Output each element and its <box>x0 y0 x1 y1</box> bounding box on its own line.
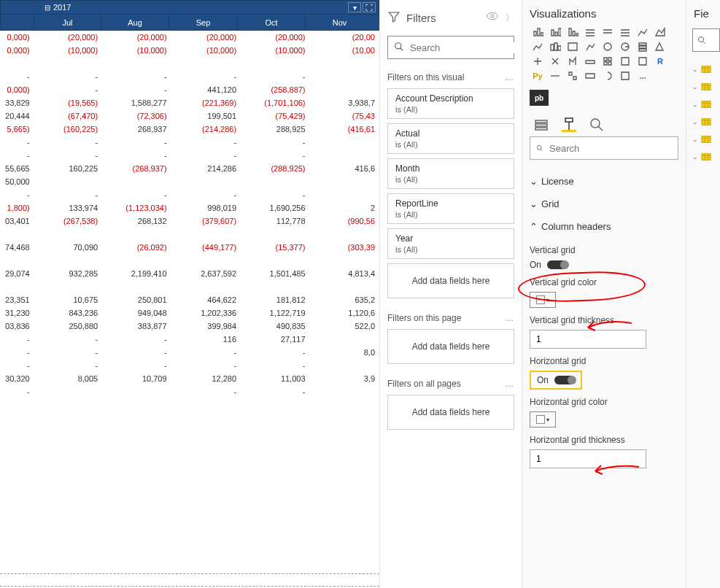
cell[interactable]: - <box>0 149 34 162</box>
cell[interactable] <box>241 228 309 241</box>
viz-type-icon[interactable] <box>600 26 616 39</box>
cell[interactable] <box>0 280 34 293</box>
cell[interactable] <box>34 254 102 267</box>
cell[interactable]: (267,538) <box>34 214 102 228</box>
cell[interactable]: (1,123,034) <box>102 201 171 214</box>
cell[interactable]: - <box>171 385 241 398</box>
cell[interactable] <box>171 175 241 188</box>
cell[interactable]: (19,565) <box>34 96 102 109</box>
cell[interactable] <box>171 254 241 267</box>
cell[interactable]: (10,000) <box>171 44 241 57</box>
viz-type-icon[interactable] <box>635 26 651 39</box>
cell[interactable] <box>102 57 171 70</box>
filters-on-all-menu[interactable]: … <box>505 379 514 389</box>
cell[interactable]: - <box>241 136 309 149</box>
cell[interactable] <box>102 385 171 398</box>
cell[interactable]: (379,607) <box>171 214 241 228</box>
cell[interactable] <box>310 83 379 96</box>
viz-type-icon[interactable] <box>582 40 598 53</box>
filter-card[interactable]: Account Descriptionis (All) <box>387 88 514 119</box>
viz-type-icon[interactable] <box>652 26 668 39</box>
horizontal-grid-color-picker[interactable]: ▾ <box>530 411 556 428</box>
cell[interactable]: 5,665) <box>0 123 34 136</box>
filter-card[interactable]: Yearis (All) <box>387 228 514 259</box>
cell[interactable]: (67,470) <box>34 109 102 123</box>
cell[interactable]: - <box>241 346 309 359</box>
cell[interactable]: 2 <box>310 201 379 214</box>
cell[interactable]: - <box>102 346 171 359</box>
cell[interactable] <box>34 385 102 398</box>
focus-mode-icon[interactable]: ⛶ <box>363 2 376 12</box>
cell[interactable]: - <box>171 346 241 359</box>
filter-card[interactable]: Actualis (All) <box>387 123 514 154</box>
cell[interactable] <box>310 228 379 241</box>
filters-on-page-menu[interactable]: … <box>505 313 514 323</box>
cell[interactable]: 8,0 <box>310 346 379 359</box>
cell[interactable]: - <box>0 346 34 359</box>
cell[interactable] <box>310 136 379 149</box>
cell[interactable] <box>102 175 171 188</box>
cell[interactable]: (10,000) <box>34 44 102 57</box>
field-table-item[interactable]: ⌄ <box>686 96 720 113</box>
cell[interactable]: - <box>34 149 102 162</box>
cell[interactable]: 70,090 <box>34 241 102 254</box>
cell[interactable]: (75,429) <box>241 109 309 123</box>
cell[interactable]: (10,000) <box>102 44 171 57</box>
cell[interactable]: 50,000 <box>0 175 34 188</box>
viz-type-icon[interactable] <box>547 55 563 68</box>
section-column-headers[interactable]: ⌃Column headers <box>530 215 678 238</box>
matrix-visual[interactable]: ⊟2017 ▾ ⛶ JulAugSepOctNov 0,000)(20,000)… <box>0 0 379 588</box>
viz-type-icon[interactable] <box>530 55 546 68</box>
viz-type-icon[interactable] <box>565 26 581 39</box>
cell[interactable]: - <box>102 188 171 201</box>
cell[interactable] <box>310 280 379 293</box>
cell[interactable]: 160,225 <box>34 162 102 175</box>
cell[interactable]: - <box>241 385 309 398</box>
format-search-input[interactable] <box>549 143 672 154</box>
cell[interactable]: 250,801 <box>102 293 171 306</box>
cell[interactable]: 30,320 <box>0 372 34 385</box>
cell[interactable]: 1,690,256 <box>241 201 309 214</box>
cell[interactable]: 199,501 <box>171 109 241 123</box>
cell[interactable]: - <box>0 359 34 372</box>
cell[interactable] <box>34 280 102 293</box>
collapse-icon[interactable]: ⊟ <box>44 4 50 12</box>
cell[interactable]: - <box>34 188 102 201</box>
cell[interactable]: (449,177) <box>171 241 241 254</box>
cell[interactable]: (20,000) <box>102 31 171 44</box>
viz-type-icon[interactable] <box>600 55 616 68</box>
cell[interactable]: 490,835 <box>241 320 309 333</box>
viz-type-icon[interactable] <box>547 40 563 53</box>
cell[interactable] <box>310 175 379 188</box>
cell[interactable] <box>34 228 102 241</box>
cell[interactable]: 214,286 <box>171 162 241 175</box>
cell[interactable]: 635,2 <box>310 293 379 306</box>
cell[interactable]: (258,887) <box>241 83 309 96</box>
cell[interactable]: 12,280 <box>171 372 241 385</box>
cell[interactable] <box>310 188 379 201</box>
viz-type-icon[interactable] <box>635 40 651 53</box>
cell[interactable]: (26,092) <box>102 241 171 254</box>
cell[interactable] <box>241 254 309 267</box>
format-search[interactable] <box>530 136 678 160</box>
cell[interactable]: 3,938,7 <box>310 96 379 109</box>
cell[interactable]: - <box>241 70 309 83</box>
cell[interactable]: 1,122,719 <box>241 306 309 320</box>
cell[interactable] <box>310 254 379 267</box>
filters-search-input[interactable] <box>410 42 533 53</box>
cell[interactable] <box>0 57 34 70</box>
cell[interactable] <box>241 280 309 293</box>
viz-type-icon[interactable] <box>582 26 598 39</box>
month-header[interactable]: Sep <box>169 15 237 30</box>
fields-tab-icon[interactable] <box>534 117 549 132</box>
cell[interactable] <box>241 175 309 188</box>
add-all-filter[interactable]: Add data fields here <box>387 395 514 430</box>
vertical-grid-toggle[interactable]: On <box>530 260 678 270</box>
viz-type-icon[interactable] <box>600 40 616 53</box>
cell[interactable] <box>34 175 102 188</box>
viz-type-icon[interactable] <box>547 26 563 39</box>
cell[interactable] <box>102 254 171 267</box>
cell[interactable]: - <box>102 83 171 96</box>
cell[interactable]: 4,813,4 <box>310 267 379 280</box>
cell[interactable]: 441,120 <box>171 83 241 96</box>
